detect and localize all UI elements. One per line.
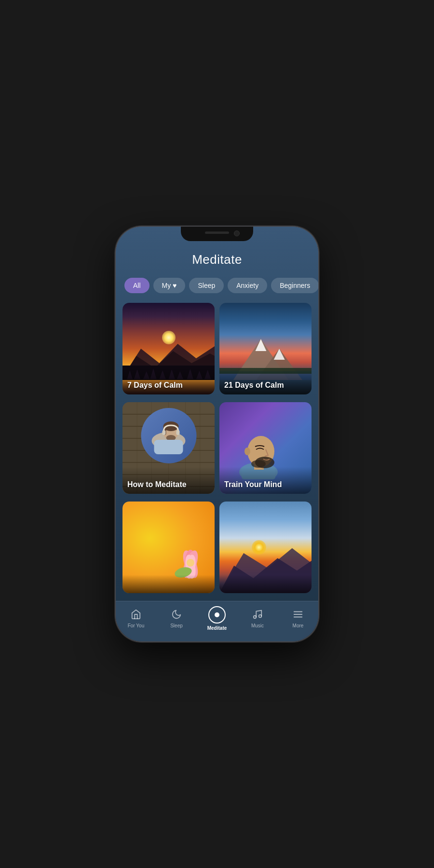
nav-label-more: More [293,623,304,628]
card-3-title: How to Meditate [127,480,187,488]
filter-tab-my[interactable]: My ♥ [153,278,186,293]
nav-item-sleep[interactable]: Sleep [163,609,190,628]
circle-button [208,606,226,624]
bottom-nav: For You Sleep Me [116,601,318,641]
card-how-to-meditate[interactable]: How to Meditate [122,402,215,494]
card-2-title: 21 Days of Calm [224,381,284,389]
svg-rect-37 [154,440,183,454]
svg-point-52 [187,559,194,567]
card-3-label: How to Meditate [122,467,215,494]
nav-label-meditate: Meditate [207,625,227,631]
card-5-label [122,575,215,593]
filter-tab-all[interactable]: All [124,278,149,293]
svg-rect-38 [163,430,166,435]
card-6-label [219,575,312,593]
card-4-label: Train Your Mind [219,467,312,494]
card-train-your-mind[interactable]: Train Your Mind [219,402,312,494]
svg-point-57 [259,614,262,617]
nav-item-more[interactable]: More [285,609,312,628]
app-content: Meditate All My ♥ Sleep Anxiety Beginner… [116,227,318,641]
meditate-icon [208,606,226,624]
card-4-title: Train Your Mind [224,480,282,488]
filter-tabs: All My ♥ Sleep Anxiety Beginners [116,274,318,301]
nav-item-meditate[interactable]: Meditate [204,606,231,631]
nav-label-sleep: Sleep [170,623,183,628]
svg-point-56 [254,615,257,618]
circle-dot [215,612,219,617]
nav-item-music[interactable]: Music [244,609,271,628]
card-1-title: 7 Days of Calm [127,381,183,389]
card-lotus[interactable] [122,502,215,593]
moon-icon [171,609,182,621]
phone-frame: Meditate All My ♥ Sleep Anxiety Beginner… [116,227,318,641]
svg-rect-39 [176,430,180,435]
music-icon [252,609,263,621]
filter-tab-beginners[interactable]: Beginners [271,278,318,293]
card-sunset-mountains[interactable] [219,502,312,593]
nav-label-for-you: For You [128,623,144,628]
card-7-days-calm[interactable]: 7 Days of Calm [122,303,215,394]
card-21-days-calm[interactable]: 21 Days of Calm [219,303,312,394]
filter-tab-sleep[interactable]: Sleep [189,278,224,293]
card-1-label: 7 Days of Calm [122,367,215,394]
page-title: Meditate [125,252,309,267]
card-2-label: 21 Days of Calm [219,367,312,394]
header: Meditate [116,244,318,274]
sun [252,540,266,555]
nav-item-for-you[interactable]: For You [123,609,149,628]
speaker [205,231,229,234]
notch [181,227,253,241]
meditation-grid: 7 Days of Calm [116,301,318,601]
nav-label-music: Music [251,623,264,628]
home-icon [131,609,141,621]
phone-screen: Meditate All My ♥ Sleep Anxiety Beginner… [116,227,318,641]
menu-icon [293,609,303,621]
svg-point-44 [244,448,250,455]
filter-tab-anxiety[interactable]: Anxiety [228,278,267,293]
person-circle [141,408,196,463]
front-camera [234,231,240,236]
